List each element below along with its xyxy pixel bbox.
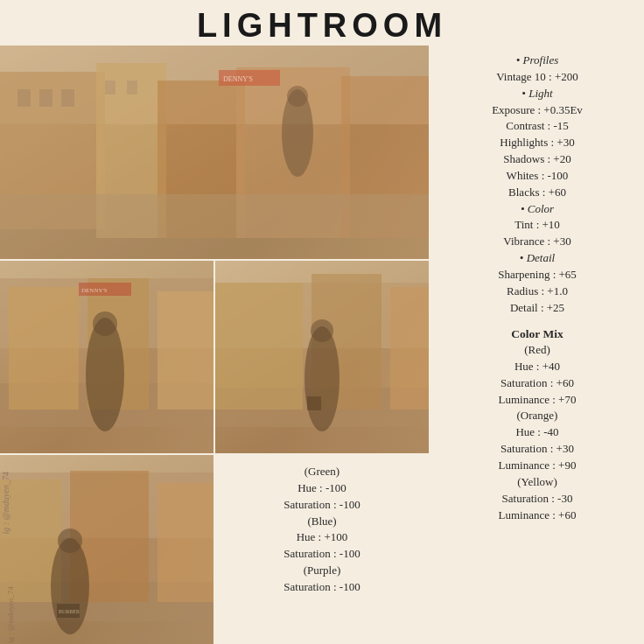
photo-bot-left: BURBER ig : @mduyen_74	[0, 455, 214, 644]
right-settings-panel: • ProfilesVintage 10 : +200• LightExposu…	[430, 46, 644, 644]
svg-rect-16	[0, 46, 429, 259]
settings-text: • ProfilesVintage 10 : +200• LightExposu…	[436, 52, 639, 523]
page-title: LIGHTROOM	[0, 7, 644, 45]
photo-grid: DENNY'S DENNY'S	[0, 46, 429, 644]
photo-mid-left: DENNY'S	[0, 261, 214, 453]
photo-top: DENNY'S	[0, 46, 429, 259]
svg-rect-27	[0, 261, 214, 453]
photo-bot-right-text: (Green)Hue : -100Saturation : -100(Blue)…	[215, 455, 429, 644]
svg-rect-48	[0, 455, 214, 644]
photo-mid-right	[215, 261, 429, 453]
svg-text:ig : @mduyen_74: ig : @mduyen_74	[6, 586, 15, 643]
watermark: ig : @mduyen_74	[1, 472, 10, 534]
svg-rect-37	[215, 261, 429, 453]
bottom-text-panel: (Green)Hue : -100Saturation : -100(Blue)…	[222, 464, 422, 596]
